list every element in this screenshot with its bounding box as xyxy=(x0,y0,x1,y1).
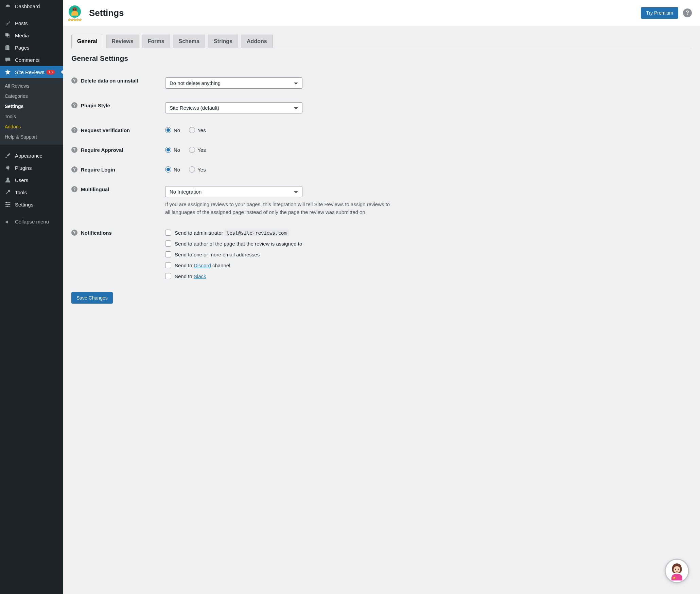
checkbox-icon xyxy=(165,262,171,268)
delete-data-select[interactable]: Do not delete anything xyxy=(165,77,302,89)
slack-link[interactable]: Slack xyxy=(194,273,206,279)
svg-rect-0 xyxy=(7,5,8,6)
multilingual-description: If you are assigning reviews to your pag… xyxy=(165,201,396,216)
brush-icon xyxy=(4,152,12,159)
notify-admin[interactable]: Send to administrator test@site-reviews.… xyxy=(165,230,396,236)
verification-yes[interactable]: Yes xyxy=(189,127,206,133)
svg-point-9 xyxy=(6,206,8,207)
radio-icon xyxy=(189,147,195,153)
nav-users[interactable]: Users xyxy=(0,174,63,186)
svg-point-8 xyxy=(8,204,10,205)
tab-general[interactable]: General xyxy=(71,35,103,48)
collapse-menu[interactable]: ◄Collapse menu xyxy=(0,215,63,228)
plugin-style-select[interactable]: Site Reviews (default) xyxy=(165,102,302,113)
tab-forms[interactable]: Forms xyxy=(142,35,170,48)
nav-site-reviews[interactable]: Site Reviews13 xyxy=(0,66,63,78)
submenu-help[interactable]: Help & Support xyxy=(0,132,63,142)
svg-point-12 xyxy=(73,9,74,10)
nav-media[interactable]: Media xyxy=(0,29,63,41)
checkbox-icon xyxy=(165,240,171,247)
nav-comments[interactable]: Comments xyxy=(0,54,63,66)
help-icon[interactable]: ? xyxy=(71,127,77,133)
tab-strings[interactable]: Strings xyxy=(208,35,238,48)
help-icon[interactable]: ? xyxy=(71,77,77,84)
nav-appearance[interactable]: Appearance xyxy=(0,149,63,162)
help-icon[interactable]: ? xyxy=(71,186,77,192)
page-header: Settings Try Premium ? xyxy=(63,0,700,26)
nav-pages[interactable]: Pages xyxy=(0,41,63,54)
collapse-icon: ◄ xyxy=(4,219,12,224)
label-require-login: Require Login xyxy=(81,167,115,173)
checkbox-icon xyxy=(165,251,171,257)
svg-point-21 xyxy=(675,569,676,570)
svg-marker-18 xyxy=(79,18,82,21)
submenu-all-reviews[interactable]: All Reviews xyxy=(0,81,63,91)
site-reviews-submenu: All Reviews Categories Settings Tools Ad… xyxy=(0,78,63,145)
help-icon[interactable]: ? xyxy=(71,147,77,153)
help-icon[interactable]: ? xyxy=(71,230,77,236)
tab-reviews[interactable]: Reviews xyxy=(106,35,139,48)
save-changes-button[interactable]: Save Changes xyxy=(71,292,113,304)
nav-tools[interactable]: Tools xyxy=(0,186,63,198)
notify-emails[interactable]: Send to one or more email addresses xyxy=(165,251,396,257)
label-delete-data: Delete data on uninstall xyxy=(81,78,138,84)
radio-icon xyxy=(189,127,195,133)
review-count-badge: 13 xyxy=(46,70,55,74)
nav-posts[interactable]: Posts xyxy=(0,17,63,29)
dashboard-icon xyxy=(4,3,12,9)
submenu-addons[interactable]: Addons xyxy=(0,122,63,132)
notify-slack[interactable]: Send to Slack xyxy=(165,273,396,279)
svg-marker-2 xyxy=(5,69,11,75)
svg-point-13 xyxy=(75,9,76,10)
plugin-logo xyxy=(67,5,83,21)
wrench-icon xyxy=(4,189,12,195)
radio-icon xyxy=(165,166,171,173)
svg-marker-16 xyxy=(73,18,76,21)
login-no[interactable]: No xyxy=(165,166,180,173)
submenu-settings[interactable]: Settings xyxy=(0,101,63,111)
help-icon[interactable]: ? xyxy=(71,166,77,173)
verification-no[interactable]: No xyxy=(165,127,180,133)
multilingual-select[interactable]: No Integration xyxy=(165,186,302,197)
nav-plugins[interactable]: Plugins xyxy=(0,162,63,174)
try-premium-button[interactable]: Try Premium xyxy=(641,7,678,19)
tab-schema[interactable]: Schema xyxy=(173,35,205,48)
svg-point-7 xyxy=(6,202,7,203)
svg-marker-17 xyxy=(76,18,79,21)
submenu-tools[interactable]: Tools xyxy=(0,111,63,122)
svg-marker-14 xyxy=(68,18,71,21)
radio-icon xyxy=(165,127,171,133)
discord-link[interactable]: Discord xyxy=(194,263,211,268)
login-yes[interactable]: Yes xyxy=(189,166,206,173)
svg-point-22 xyxy=(678,569,679,570)
pin-icon xyxy=(4,20,12,26)
section-title: General Settings xyxy=(71,54,692,62)
comment-icon xyxy=(4,57,12,63)
nav-dashboard[interactable]: Dashboard xyxy=(0,0,63,12)
help-icon[interactable]: ? xyxy=(71,102,77,108)
svg-point-3 xyxy=(6,178,9,180)
plug-icon xyxy=(4,165,12,171)
label-multilingual: Multilingual xyxy=(81,186,109,192)
help-icon[interactable]: ? xyxy=(683,8,692,17)
submenu-categories[interactable]: Categories xyxy=(0,91,63,101)
support-avatar[interactable] xyxy=(665,559,689,583)
svg-marker-15 xyxy=(71,18,73,21)
sliders-icon xyxy=(4,201,12,208)
label-notifications: Notifications xyxy=(81,230,112,236)
approval-yes[interactable]: Yes xyxy=(189,147,206,153)
notify-author[interactable]: Send to author of the page that the revi… xyxy=(165,240,396,247)
pages-icon xyxy=(4,44,12,51)
tab-addons[interactable]: Addons xyxy=(241,35,273,48)
admin-sidebar: Dashboard Posts Media Pages Comments Sit… xyxy=(0,0,63,594)
star-icon xyxy=(4,69,12,75)
approval-no[interactable]: No xyxy=(165,147,180,153)
user-icon xyxy=(4,177,12,183)
radio-icon xyxy=(165,147,171,153)
nav-settings[interactable]: Settings xyxy=(0,198,63,211)
notify-discord[interactable]: Send to Discord channel xyxy=(165,262,396,268)
label-plugin-style: Plugin Style xyxy=(81,103,110,108)
media-icon xyxy=(4,32,12,38)
svg-point-1 xyxy=(8,36,10,37)
radio-icon xyxy=(189,166,195,173)
